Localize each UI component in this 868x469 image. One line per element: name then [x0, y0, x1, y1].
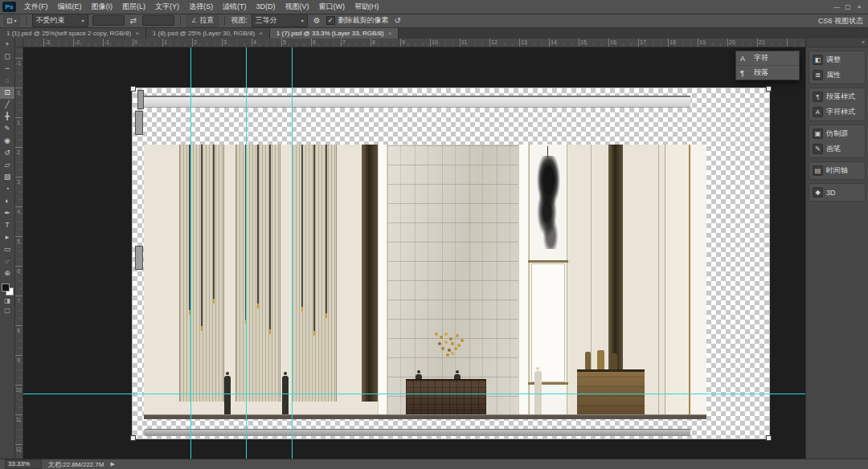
- tab-close-icon[interactable]: ×: [388, 30, 392, 37]
- blur-tool[interactable]: ◔: [0, 183, 14, 195]
- zoom-level-field[interactable]: 33.33%: [5, 459, 42, 469]
- delete-cropped-pixels-checkbox[interactable]: ✓ 删除裁剪的像素: [326, 15, 389, 26]
- tools-panel: +◻∽◌⊡╱╋✎◉↺▱▨◔◐✒T▸▭☞⊕ ◨ ▢: [0, 39, 15, 459]
- hand-tool[interactable]: ☞: [0, 255, 14, 267]
- console-table: [577, 369, 645, 416]
- overlay-view-select[interactable]: 三等分 ▾: [252, 14, 308, 27]
- panel-tab-character[interactable]: A字符: [736, 51, 799, 66]
- vertical-ruler[interactable]: -10123456789101112: [14, 47, 23, 459]
- window-controls: —▢×: [831, 0, 865, 14]
- crop-side-handle[interactable]: [135, 246, 143, 270]
- crop-settings-gear-icon[interactable]: ⚙: [312, 16, 322, 25]
- panel-adjustments[interactable]: ◧调整: [809, 52, 865, 67]
- tab-3[interactable]: 1 (7).psd @ 33.3% (Layer 33, RGB/8)×: [270, 28, 399, 39]
- checkbox-box[interactable]: ✓: [326, 16, 335, 25]
- history-brush-tool[interactable]: ↺: [0, 147, 14, 159]
- horizontal-ruler[interactable]: -3-2-10123456789101112131415161718192021: [23, 39, 806, 47]
- panel-paragraph-styles[interactable]: ¶段落样式: [809, 89, 865, 104]
- panel-three-d[interactable]: ◆3D: [809, 185, 865, 200]
- menu-type[interactable]: 文字(Y): [150, 0, 184, 14]
- swap-dimensions-icon[interactable]: ⇄: [129, 16, 138, 25]
- guide[interactable]: [246, 47, 247, 459]
- panel-timeline[interactable]: ▤时间轴: [809, 163, 865, 178]
- document-canvas[interactable]: [133, 88, 769, 438]
- path-selection-tool[interactable]: ▸: [0, 231, 14, 243]
- clone-stamp-tool[interactable]: ◉: [0, 135, 14, 147]
- crop-handle[interactable]: [766, 86, 772, 92]
- crop-tool[interactable]: ⊡: [0, 87, 14, 99]
- guide[interactable]: [292, 47, 293, 459]
- eraser-tool[interactable]: ▱: [0, 159, 14, 171]
- chandelier: [435, 332, 438, 336]
- screen-mode-button[interactable]: ▢: [0, 306, 14, 316]
- aspect-ratio-select[interactable]: 不受约束 ▾: [32, 14, 88, 27]
- crop-height-field[interactable]: [142, 15, 174, 26]
- panel-tab-paragraph[interactable]: ¶段落: [736, 66, 799, 80]
- menu-file[interactable]: 文件(F): [19, 0, 53, 14]
- menu-items: 文件(F)编辑(E)图像(I)图层(L)文字(Y)选择(S)滤镜(T)3D(D)…: [19, 0, 384, 14]
- tab-title: 1 (8).psd @ 25% (Layer 30, RGB/8): [153, 30, 255, 37]
- menu-image[interactable]: 图像(I): [87, 0, 118, 14]
- menu-select[interactable]: 选择(S): [184, 0, 218, 14]
- move-tool[interactable]: +: [0, 39, 14, 51]
- tab-close-icon[interactable]: ×: [259, 30, 263, 37]
- crop-handle[interactable]: [130, 435, 136, 441]
- type-tool[interactable]: T: [0, 219, 14, 231]
- close-button[interactable]: ×: [854, 0, 865, 14]
- menu-view[interactable]: 视图(V): [280, 0, 314, 14]
- pen-tool[interactable]: ✒: [0, 207, 14, 219]
- workspace-switcher[interactable]: CS6 视图状态: [818, 14, 863, 28]
- crop-handle[interactable]: [130, 86, 136, 92]
- tool-preset-picker[interactable]: ⊡ ▾: [3, 15, 20, 27]
- dodge-tool[interactable]: ◐: [0, 195, 14, 207]
- ruler-label: 11: [14, 416, 23, 423]
- eyedropper-tool[interactable]: ╱: [0, 99, 14, 111]
- zoom-tool[interactable]: ⊕: [0, 267, 14, 279]
- foreground-color-swatch[interactable]: [2, 283, 10, 292]
- options-bar: ⊡ ▾ 不受约束 ▾ ⇄ ∠ 拉直 视图: 三等分 ▾ ⚙ ✓ 删除裁剪的像素 …: [0, 14, 868, 28]
- menu-filter[interactable]: 滤镜(T): [218, 0, 252, 14]
- guide[interactable]: [23, 394, 806, 394]
- collapse-panels-icon[interactable]: «: [806, 39, 868, 47]
- restore-button[interactable]: ▢: [842, 0, 854, 14]
- rectangle-tool[interactable]: ▭: [0, 243, 14, 255]
- reset-icon[interactable]: ↺: [393, 16, 403, 25]
- minimize-button[interactable]: —: [831, 0, 842, 14]
- quick-mask-button[interactable]: ◨: [0, 296, 14, 306]
- menu-layer[interactable]: 图层(L): [117, 0, 150, 14]
- pendant-light: [257, 145, 259, 308]
- quick-selection-tool[interactable]: ◌: [0, 75, 14, 87]
- panel-character-styles[interactable]: A字符样式: [809, 104, 865, 120]
- panel-dock: « ◧调整≣属性¶段落样式A字符样式▣仿制源✎画笔▤时间轴◆3D: [805, 39, 868, 459]
- tab-close-icon[interactable]: ×: [135, 30, 139, 37]
- tab-title: 1 (1).psd @ 25%(self space 2 copy, RGB/8…: [6, 30, 131, 37]
- wall-recess: [378, 145, 387, 418]
- crop-width-field[interactable]: [92, 15, 125, 26]
- panel-clone-source[interactable]: ▣仿制源: [809, 126, 865, 141]
- tab-1[interactable]: 1 (1).psd @ 25%(self space 2 copy, RGB/8…: [0, 28, 146, 39]
- photoshop-window: Ps 文件(F)编辑(E)图像(I)图层(L)文字(Y)选择(S)滤镜(T)3D…: [0, 0, 868, 469]
- menu-3d[interactable]: 3D(D): [252, 0, 280, 14]
- spot-healing-brush-tool[interactable]: ╋: [0, 111, 14, 123]
- color-swatches[interactable]: [0, 282, 14, 296]
- stone-feature-wall: [387, 145, 518, 416]
- timeline-icon: ▤: [813, 165, 823, 176]
- brush-tool[interactable]: ✎: [0, 123, 14, 135]
- lasso-tool[interactable]: ∽: [0, 63, 14, 75]
- straighten-button[interactable]: ∠ 拉直: [186, 14, 219, 27]
- crop-side-handle[interactable]: [135, 111, 143, 135]
- menu-edit[interactable]: 编辑(E): [53, 0, 87, 14]
- gradient-tool[interactable]: ▨: [0, 171, 14, 183]
- crop-handle[interactable]: [766, 435, 772, 441]
- wall-joint: [658, 145, 659, 416]
- canvas-viewport[interactable]: [23, 47, 806, 459]
- tab-2[interactable]: 1 (8).psd @ 25% (Layer 30, RGB/8)×: [146, 28, 270, 39]
- panel-brush[interactable]: ✎画笔: [809, 141, 865, 157]
- guide[interactable]: [190, 47, 191, 459]
- status-menu-arrow-icon[interactable]: ▶: [110, 461, 114, 467]
- menu-help[interactable]: 帮助(H): [350, 0, 384, 14]
- panel-properties[interactable]: ≣属性: [809, 67, 865, 83]
- rectangular-marquee-tool[interactable]: ◻: [0, 51, 14, 63]
- ruler-label: 6: [313, 39, 316, 46]
- menu-window[interactable]: 窗口(W): [314, 0, 350, 14]
